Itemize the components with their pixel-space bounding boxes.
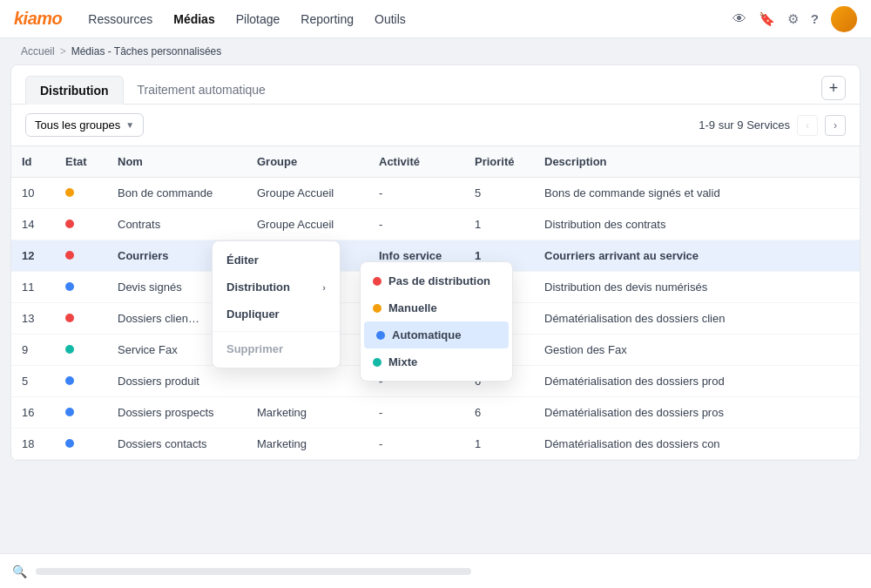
breadcrumb-current: Médias - Tâches personnalisées <box>71 45 222 57</box>
cell-description: Distribution des devis numérisés <box>534 272 860 303</box>
cell-id: 12 <box>11 240 55 272</box>
pagination-info: 1-9 sur 9 Services <box>699 118 790 132</box>
cell-etat <box>55 303 107 335</box>
status-dot <box>65 314 74 322</box>
nav-icons: 👁 🔖 ⚙ ? <box>733 6 857 32</box>
cell-priorite: 6 <box>464 397 534 429</box>
nav-item-medias[interactable]: Médias <box>172 9 216 30</box>
cell-description: Distribution des contrats <box>534 209 860 240</box>
table-row[interactable]: 16 Dossiers prospects Marketing - 6 Déma… <box>11 397 860 429</box>
cell-activite: - <box>368 209 464 240</box>
search-icon: 🔍 <box>12 564 27 578</box>
cell-groupe: Groupe Accueil <box>246 178 368 209</box>
cell-nom: Dossiers produit <box>107 366 246 397</box>
cell-id: 13 <box>11 303 55 335</box>
cell-activite: - <box>368 429 464 460</box>
sub-item-automatique[interactable]: Automatique <box>364 321 509 348</box>
cell-etat <box>55 209 107 240</box>
cell-id: 18 <box>11 429 55 460</box>
tabs-row: Distribution Traitement automatique + <box>11 65 860 105</box>
cell-etat <box>55 366 107 397</box>
cell-description: Dématérialisation des dossiers con <box>534 429 860 460</box>
col-header-priorite: Priorité <box>464 146 534 178</box>
sub-dot-mixte <box>373 358 381 367</box>
cell-id: 16 <box>11 397 55 429</box>
main-card: Distribution Traitement automatique + To… <box>10 64 861 461</box>
cell-id: 11 <box>11 272 55 303</box>
tab-traitement-automatique[interactable]: Traitement automatique <box>124 76 280 104</box>
status-dot <box>65 345 74 354</box>
table-row[interactable]: 10 Bon de commande Groupe Accueil - 5 Bo… <box>11 178 860 209</box>
cell-etat <box>55 272 107 303</box>
nav-item-pilotage[interactable]: Pilotage <box>234 9 282 30</box>
ctx-item-supprimer: Supprimer <box>213 335 340 362</box>
context-menu: Éditer Distribution › Dupliquer Supprime… <box>212 240 341 368</box>
cell-priorite: 5 <box>464 178 534 209</box>
nav-item-reporting[interactable]: Reporting <box>299 9 355 30</box>
ctx-item-dupliquer[interactable]: Dupliquer <box>213 301 340 328</box>
nav-item-ressources[interactable]: Ressources <box>86 9 154 30</box>
status-dot <box>65 251 74 260</box>
col-header-etat: Etat <box>55 146 107 178</box>
cell-nom: Bon de commande <box>107 178 246 209</box>
avatar[interactable] <box>831 6 857 32</box>
chevron-down-icon: ▼ <box>125 120 134 130</box>
cell-etat <box>55 335 107 366</box>
breadcrumb-sep: > <box>60 45 66 57</box>
bottom-bar: 🔍 <box>0 553 871 588</box>
pagination: 1-9 sur 9 Services ‹ › <box>699 115 846 136</box>
cell-groupe: Marketing <box>246 397 368 429</box>
pagination-prev[interactable]: ‹ <box>797 115 818 136</box>
submenu: Pas de distribution Manuelle Automatique <box>360 261 513 382</box>
table-row[interactable]: 18 Dossiers contacts Marketing - 1 Démat… <box>11 429 860 460</box>
toolbar: Tous les groupes ▼ 1-9 sur 9 Services ‹ … <box>11 105 860 146</box>
cell-id: 14 <box>11 209 55 240</box>
logo[interactable]: kiamo <box>14 9 62 29</box>
sub-dot-automatique <box>376 331 385 340</box>
sub-item-pas-distribution[interactable]: Pas de distribution <box>361 267 512 294</box>
chevron-right-icon: › <box>322 282 326 293</box>
bookmark-icon[interactable]: 🔖 <box>759 11 775 27</box>
cell-nom: Dossiers prospects <box>107 397 246 429</box>
nav-item-outils[interactable]: Outils <box>373 9 408 30</box>
table-row[interactable]: 14 Contrats Groupe Accueil - 1 Distribut… <box>11 209 860 240</box>
sub-dot-pas <box>373 277 381 286</box>
cell-groupe: Groupe Accueil <box>246 209 368 240</box>
status-dot <box>65 439 74 448</box>
search-bar[interactable] <box>36 568 471 575</box>
cell-groupe: Marketing <box>246 429 368 460</box>
sub-item-mixte[interactable]: Mixte <box>361 348 512 375</box>
cell-etat <box>55 429 107 460</box>
cell-id: 9 <box>11 335 55 366</box>
sub-dot-manuelle <box>373 304 381 313</box>
breadcrumb-home[interactable]: Accueil <box>21 45 55 57</box>
cell-nom: Courriers Éditer Distribution › Duplique… <box>107 240 246 272</box>
col-header-description: Description <box>534 146 860 178</box>
ctx-item-distribution[interactable]: Distribution › <box>213 274 340 301</box>
ctx-item-editer[interactable]: Éditer <box>213 247 340 274</box>
add-button[interactable]: + <box>821 76 846 100</box>
eye-icon[interactable]: 👁 <box>733 11 746 27</box>
cell-description: Dématérialisation des dossiers prod <box>534 366 860 397</box>
help-icon[interactable]: ? <box>811 11 819 26</box>
cell-description: Bons de commande signés et valid <box>534 178 860 209</box>
cell-description: Dématérialisation des dossiers pros <box>534 397 860 429</box>
sub-item-manuelle[interactable]: Manuelle <box>361 294 512 321</box>
group-select[interactable]: Tous les groupes ▼ <box>25 113 144 137</box>
settings-icon[interactable]: ⚙ <box>787 11 799 27</box>
cell-description: Courriers arrivant au service <box>534 240 860 272</box>
cell-etat <box>55 240 107 272</box>
nav-items: Ressources Médias Pilotage Reporting Out… <box>86 9 733 30</box>
cell-priorite: 1 <box>464 209 534 240</box>
status-dot <box>65 188 74 197</box>
col-header-groupe: Groupe <box>246 146 368 178</box>
tab-distribution[interactable]: Distribution <box>25 76 124 105</box>
cell-id: 5 <box>11 366 55 397</box>
table-row-courriers[interactable]: 12 Courriers Éditer Distribution › Dupli… <box>11 240 860 272</box>
cell-nom: Contrats <box>107 209 246 240</box>
breadcrumb: Accueil > Médias - Tâches personnalisées <box>0 38 871 64</box>
cell-groupe <box>246 366 368 397</box>
cell-id: 10 <box>11 178 55 209</box>
cell-etat <box>55 178 107 209</box>
pagination-next[interactable]: › <box>825 115 846 136</box>
